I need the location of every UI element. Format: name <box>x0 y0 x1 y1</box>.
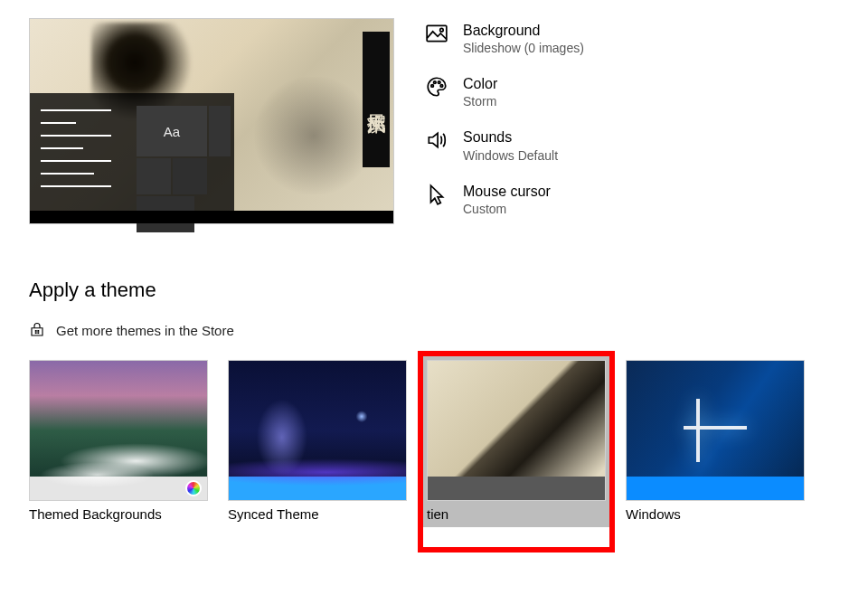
theme-thumbnail <box>626 360 805 501</box>
color-wheel-icon <box>185 480 202 496</box>
theme-thumbnail <box>228 360 407 501</box>
setting-value: Windows Default <box>463 148 558 163</box>
apply-theme-heading: Apply a theme <box>29 279 868 302</box>
svg-point-2 <box>431 85 434 88</box>
theme-accent-strip <box>627 477 804 500</box>
start-list-preview <box>41 109 111 198</box>
wallpaper-art <box>250 77 377 194</box>
theme-card-themed-backgrounds[interactable]: Themed Backgrounds <box>29 360 208 522</box>
theme-card-tien[interactable]: tien <box>427 360 606 522</box>
cursor-icon <box>425 183 448 206</box>
setting-value: Storm <box>463 94 497 109</box>
tile-aa: Aa <box>137 106 207 156</box>
sound-icon <box>425 128 448 152</box>
theme-thumbnail <box>29 360 208 501</box>
theme-card-list: Themed Backgrounds Synced Theme tien Win… <box>29 360 868 522</box>
palette-icon <box>425 75 448 99</box>
setting-label: Color <box>463 75 497 92</box>
picture-icon <box>425 22 448 45</box>
theme-name: Windows <box>626 506 805 522</box>
svg-rect-8 <box>35 332 37 334</box>
theme-accent-strip <box>229 477 406 500</box>
store-icon <box>29 322 45 338</box>
theme-settings-list: Background Slideshow (0 images) Color St… <box>425 18 584 224</box>
tile <box>137 158 171 194</box>
theme-name: Synced Theme <box>228 506 407 522</box>
setting-value: Custom <box>463 202 551 216</box>
theme-card-windows[interactable]: Windows <box>626 360 805 522</box>
setting-sounds[interactable]: Sounds Windows Default <box>425 128 584 162</box>
store-link-label: Get more themes in the Store <box>56 323 234 338</box>
tile <box>209 106 231 156</box>
theme-name: Themed Backgrounds <box>29 506 208 522</box>
tile <box>173 158 207 194</box>
svg-rect-7 <box>37 330 39 332</box>
theme-accent-strip <box>428 477 605 500</box>
svg-rect-0 <box>427 25 447 41</box>
setting-label: Background <box>463 22 584 39</box>
setting-value: Slideshow (0 images) <box>463 41 584 55</box>
setting-color[interactable]: Color Storm <box>425 75 584 109</box>
svg-rect-9 <box>37 332 39 334</box>
get-themes-store-link[interactable]: Get more themes in the Store <box>29 322 868 338</box>
setting-label: Sounds <box>463 128 558 146</box>
svg-rect-6 <box>35 330 37 332</box>
theme-name: tien <box>427 506 606 522</box>
svg-point-4 <box>438 81 440 84</box>
current-theme-preview[interactable]: 疾風招來 Aa <box>29 18 394 224</box>
wallpaper-caption: 疾風招來 <box>363 32 390 167</box>
theme-card-synced-theme[interactable]: Synced Theme <box>228 360 407 522</box>
start-menu-preview: Aa <box>30 93 234 223</box>
taskbar-preview <box>30 211 393 223</box>
svg-point-1 <box>440 28 443 31</box>
theme-thumbnail <box>427 360 606 501</box>
setting-mouse-cursor[interactable]: Mouse cursor Custom <box>425 183 584 216</box>
setting-label: Mouse cursor <box>463 183 551 200</box>
setting-background[interactable]: Background Slideshow (0 images) <box>425 22 584 55</box>
svg-point-3 <box>434 81 437 84</box>
svg-point-5 <box>440 85 443 88</box>
theme-accent-strip <box>30 477 207 500</box>
